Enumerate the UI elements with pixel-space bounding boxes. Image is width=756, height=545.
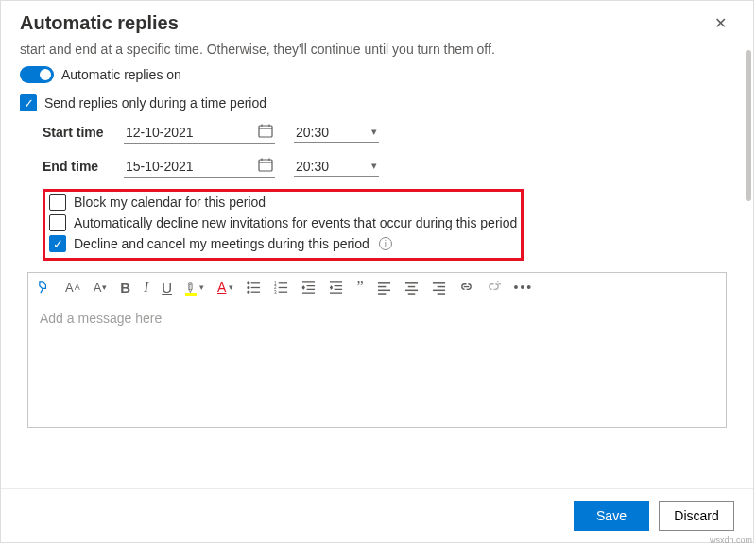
link-icon[interactable] — [459, 281, 473, 295]
svg-rect-4 — [259, 160, 272, 171]
font-family-icon[interactable]: AA — [65, 281, 80, 295]
info-icon[interactable]: i — [379, 237, 392, 250]
end-time-field[interactable]: 20:30 ▾ — [294, 157, 379, 177]
auto-replies-toggle-label: Automatic replies on — [61, 67, 181, 82]
font-size-icon[interactable]: A▾ — [94, 281, 108, 295]
auto-replies-toggle[interactable] — [20, 66, 54, 83]
svg-text:3: 3 — [274, 290, 277, 295]
start-date-value: 12-10-2021 — [126, 125, 194, 140]
italic-icon[interactable]: I — [144, 280, 148, 296]
number-list-icon[interactable]: 123 — [274, 281, 288, 295]
editor-toolbar: AA A▾ B I U ✎▾ A▾ 123 ” ••• — [28, 273, 726, 301]
end-time-label: End time — [43, 159, 124, 174]
auto-decline-label: Automatically decline new invitations fo… — [74, 215, 517, 230]
block-calendar-label: Block my calendar for this period — [74, 195, 266, 210]
watermark: wsxdn.com — [710, 536, 752, 545]
bullet-list-icon[interactable] — [247, 281, 261, 295]
start-date-field[interactable]: 12-10-2021 — [124, 121, 275, 144]
align-center-icon[interactable] — [404, 281, 419, 295]
dialog-title: Automatic replies — [20, 12, 179, 34]
message-textarea[interactable]: Add a message here — [28, 301, 726, 427]
outdent-icon[interactable] — [301, 281, 316, 295]
end-time-value: 20:30 — [296, 159, 329, 174]
highlighted-options: Block my calendar for this period Automa… — [43, 189, 524, 261]
start-time-label: Start time — [43, 125, 124, 140]
chevron-down-icon: ▾ — [371, 160, 377, 172]
bold-icon[interactable]: B — [120, 280, 130, 296]
start-time-value: 20:30 — [296, 125, 329, 140]
discard-button[interactable]: Discard — [659, 501, 734, 531]
calendar-icon — [258, 123, 273, 141]
end-date-field[interactable]: 15-10-2021 — [124, 155, 275, 178]
scrollbar-thumb[interactable] — [746, 50, 751, 201]
underline-icon[interactable]: U — [162, 280, 172, 296]
align-left-icon[interactable] — [377, 281, 391, 295]
time-period-checkbox[interactable] — [20, 94, 37, 111]
quote-icon[interactable]: ” — [356, 279, 363, 296]
svg-point-8 — [248, 281, 249, 283]
highlight-icon[interactable]: ✎▾ — [185, 280, 204, 296]
unlink-icon[interactable] — [487, 281, 501, 295]
indent-icon[interactable] — [329, 281, 343, 295]
intro-text: start and end at a specific time. Otherw… — [20, 42, 734, 57]
font-color-icon[interactable]: A▾ — [217, 280, 233, 295]
align-right-icon[interactable] — [432, 281, 446, 295]
save-button[interactable]: Save — [574, 501, 649, 531]
svg-point-12 — [248, 291, 249, 293]
calendar-icon — [258, 157, 273, 175]
auto-decline-checkbox[interactable] — [49, 214, 66, 231]
svg-line-41 — [497, 281, 499, 282]
cancel-meetings-checkbox[interactable] — [49, 235, 66, 252]
start-time-field[interactable]: 20:30 ▾ — [294, 123, 379, 143]
block-calendar-checkbox[interactable] — [49, 194, 66, 211]
cancel-meetings-label: Decline and cancel my meetings during th… — [74, 236, 369, 251]
chevron-down-icon: ▾ — [371, 126, 377, 138]
end-date-value: 15-10-2021 — [126, 159, 194, 174]
format-painter-icon[interactable] — [38, 281, 52, 295]
message-editor: AA A▾ B I U ✎▾ A▾ 123 ” ••• Add a messag… — [27, 272, 727, 428]
svg-rect-0 — [259, 126, 272, 137]
time-period-label: Send replies only during a time period — [44, 95, 266, 111]
more-options-icon[interactable]: ••• — [514, 280, 534, 295]
svg-point-10 — [248, 286, 249, 288]
close-icon[interactable]: ✕ — [707, 10, 734, 36]
